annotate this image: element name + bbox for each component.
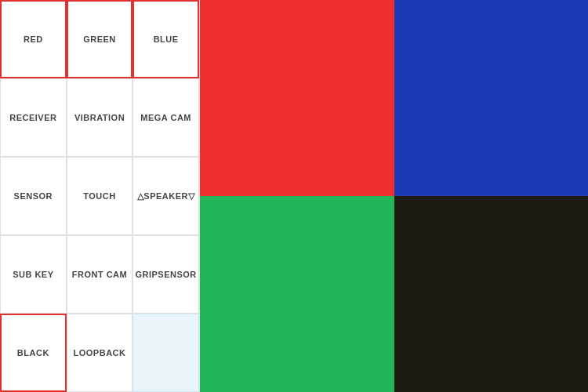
cell-label-front-cam: FRONT CAM <box>72 270 128 279</box>
color-block-black <box>394 196 589 392</box>
grid-cell-blue[interactable]: BLUE <box>132 0 199 78</box>
grid-cell-vibration[interactable]: VIBRATION <box>67 78 133 157</box>
cell-label-receiver: RECEIVER <box>9 113 56 122</box>
color-block-red <box>200 0 394 196</box>
grid-cell-sub-key[interactable]: SUB KEY <box>0 235 67 314</box>
grid-cell-red[interactable]: RED <box>0 0 67 78</box>
cell-label-sensor: SENSOR <box>14 191 53 201</box>
cell-label-vibration: VIBRATION <box>74 113 125 122</box>
grid-cell-gripsensor[interactable]: GRIPSENSOR <box>132 235 199 314</box>
grid-cell-front-cam[interactable]: FRONT CAM <box>67 235 133 314</box>
cell-label-red: RED <box>24 34 43 44</box>
cell-label-sub-key: SUB KEY <box>13 270 53 279</box>
grid-cell-loopback[interactable]: LOOPBACK <box>67 314 133 392</box>
cell-label-mega-cam: MEGA CAM <box>140 113 191 122</box>
grid-cell-speaker[interactable]: △SPEAKER▽ <box>132 157 199 235</box>
cell-label-loopback: LOOPBACK <box>74 348 126 358</box>
test-grid: RED GREEN BLUE RECEIVER VIBRATION MEGA C… <box>0 0 200 392</box>
grid-cell-black[interactable]: BLACK <box>0 314 67 392</box>
color-block-blue <box>394 0 589 196</box>
grid-cell-sensor[interactable]: SENSOR <box>0 157 67 235</box>
cell-label-blue: BLUE <box>154 34 179 44</box>
cell-label-gripsensor: GRIPSENSOR <box>135 270 196 279</box>
color-display <box>200 0 588 392</box>
cell-label-speaker: △SPEAKER▽ <box>137 191 195 201</box>
grid-cell-empty <box>132 314 199 392</box>
color-block-green <box>200 196 394 392</box>
grid-cell-mega-cam[interactable]: MEGA CAM <box>132 78 199 157</box>
grid-cell-receiver[interactable]: RECEIVER <box>0 78 67 157</box>
cell-label-black: BLACK <box>17 348 49 358</box>
cell-label-green: GREEN <box>83 34 116 44</box>
grid-cell-green[interactable]: GREEN <box>67 0 133 78</box>
grid-cell-touch[interactable]: TOUCH <box>67 157 133 235</box>
cell-label-touch: TOUCH <box>83 191 115 201</box>
